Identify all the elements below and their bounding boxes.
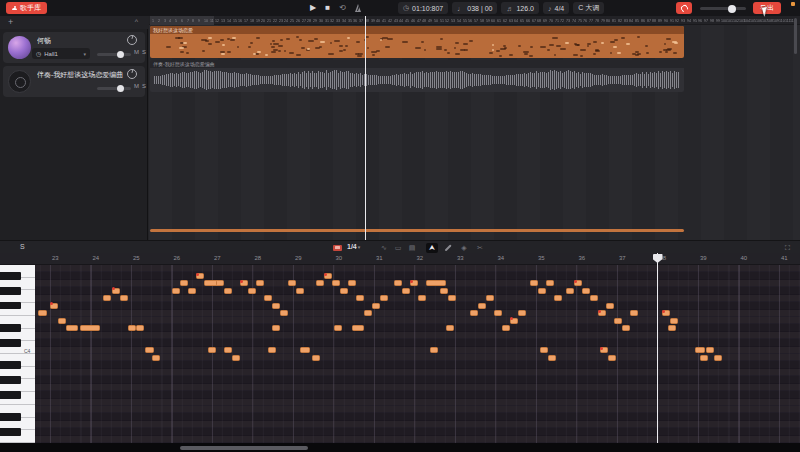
midi-note[interactable] (494, 310, 502, 316)
midi-note[interactable] (538, 288, 546, 294)
midi-note[interactable] (554, 295, 562, 301)
horizontal-scrollbar[interactable] (180, 446, 308, 450)
black-key[interactable] (0, 391, 21, 398)
midi-note[interactable] (58, 318, 66, 324)
midi-note[interactable] (574, 280, 582, 286)
roll-solo-button[interactable]: S (20, 243, 25, 250)
midi-note[interactable] (268, 347, 276, 353)
midi-note[interactable] (410, 280, 418, 286)
piano-keyboard[interactable]: C4 (0, 265, 35, 443)
midi-note[interactable] (256, 280, 264, 286)
midi-note[interactable] (478, 303, 486, 309)
time-signature-display[interactable]: ♪ 4/4 (543, 2, 569, 14)
midi-note[interactable] (622, 325, 630, 331)
midi-note[interactable] (280, 310, 288, 316)
midi-note[interactable] (340, 288, 348, 294)
midi-note[interactable] (128, 325, 136, 331)
track-volume-slider[interactable] (97, 87, 131, 90)
black-key[interactable] (0, 361, 21, 368)
midi-note[interactable] (394, 280, 402, 286)
singer-avatar[interactable] (8, 36, 31, 59)
midi-note[interactable] (356, 295, 364, 301)
midi-note[interactable] (145, 347, 154, 353)
black-key[interactable] (0, 302, 21, 309)
roll-playhead[interactable] (657, 253, 658, 443)
midi-note[interactable] (232, 355, 240, 361)
master-volume-slider[interactable] (700, 7, 746, 10)
midi-note[interactable] (332, 280, 340, 286)
midi-note[interactable] (695, 347, 705, 353)
midi-note[interactable] (430, 347, 438, 353)
loop-button[interactable]: ⟲ (339, 0, 346, 16)
stop-button[interactable]: ■ (325, 0, 330, 16)
scissors-tool[interactable]: ✂ (474, 243, 486, 253)
expand-icon[interactable]: ⛶ (785, 244, 792, 251)
track-gain-knob[interactable] (127, 69, 137, 79)
accompaniment-audio-region[interactable]: 伴奏-我好想谈这场恋爱编曲 (150, 60, 684, 92)
key-display[interactable]: C 大调 (573, 2, 604, 14)
midi-note[interactable] (510, 318, 518, 324)
midi-note[interactable] (224, 347, 232, 353)
midi-note[interactable] (352, 325, 364, 331)
midi-note[interactable] (606, 303, 614, 309)
pencil-tool[interactable] (442, 243, 454, 253)
midi-note[interactable] (566, 288, 574, 294)
midi-note[interactable] (80, 325, 100, 331)
midi-note[interactable] (540, 347, 548, 353)
midi-note[interactable] (364, 310, 372, 316)
midi-note[interactable] (272, 325, 280, 331)
arrange-area[interactable]: 1234567891011121314151617181920212223242… (149, 16, 800, 240)
midi-note[interactable] (714, 355, 722, 361)
midi-note[interactable] (264, 295, 272, 301)
midi-note[interactable] (614, 318, 622, 324)
midi-note[interactable] (196, 273, 204, 279)
arrange-playhead[interactable] (365, 16, 366, 240)
grid-resolution-select[interactable]: 1/4▾ (347, 243, 360, 250)
black-key[interactable] (0, 376, 21, 383)
midi-note[interactable] (188, 288, 196, 294)
add-track-button[interactable]: + (8, 17, 13, 27)
midi-note[interactable] (530, 280, 538, 286)
midi-note[interactable] (120, 295, 128, 301)
midi-note[interactable] (296, 288, 304, 294)
midi-note[interactable] (324, 273, 332, 279)
vocal-midi-region[interactable]: 我好想谈这场恋爱 (150, 26, 684, 58)
black-key[interactable] (0, 287, 21, 294)
snap-icon[interactable] (333, 245, 342, 251)
midi-note[interactable] (608, 355, 616, 361)
midi-note[interactable] (248, 288, 256, 294)
midi-note[interactable] (582, 288, 590, 294)
singer-library-button[interactable]: 歌手库 (6, 2, 47, 14)
bpm-display[interactable]: ♬ 126.0 (501, 2, 539, 14)
midi-note[interactable] (38, 310, 47, 316)
midi-note[interactable] (630, 310, 638, 316)
track-volume-handle[interactable] (117, 51, 124, 58)
midi-note[interactable] (446, 325, 454, 331)
midi-note[interactable] (706, 347, 714, 353)
midi-note[interactable] (152, 355, 160, 361)
volume-slider-handle[interactable] (728, 5, 736, 13)
black-key[interactable] (0, 413, 21, 420)
track-gain-knob[interactable] (127, 35, 137, 45)
midi-note[interactable] (180, 280, 188, 286)
midi-note[interactable] (348, 280, 356, 286)
solo-button[interactable]: S (142, 49, 146, 55)
reverb-preset-select[interactable]: ◷ Hall1 ▾ (32, 48, 90, 59)
midi-note[interactable] (334, 325, 342, 331)
track-row-vocal[interactable]: 何畅 ◷ Hall1 ▾ M S (3, 32, 145, 63)
midi-note[interactable] (668, 325, 676, 331)
piano-roll-ruler[interactable]: 23242526272829303132333435363738394041 (0, 253, 800, 265)
mute-button[interactable]: M (134, 83, 139, 89)
pitch-curve-tool[interactable]: ∿ (378, 243, 390, 253)
collapse-panel-button[interactable]: ^ (135, 18, 138, 25)
midi-note[interactable] (112, 288, 120, 294)
midi-note[interactable] (670, 318, 678, 324)
midi-note[interactable] (208, 347, 216, 353)
note-box-tool[interactable]: ▭ (392, 243, 404, 253)
play-button[interactable]: ▶ (310, 0, 316, 16)
midi-note[interactable] (426, 280, 446, 286)
midi-note[interactable] (546, 280, 554, 286)
metronome-button[interactable] (355, 4, 362, 12)
midi-note[interactable] (662, 310, 670, 316)
midi-note[interactable] (380, 295, 388, 301)
